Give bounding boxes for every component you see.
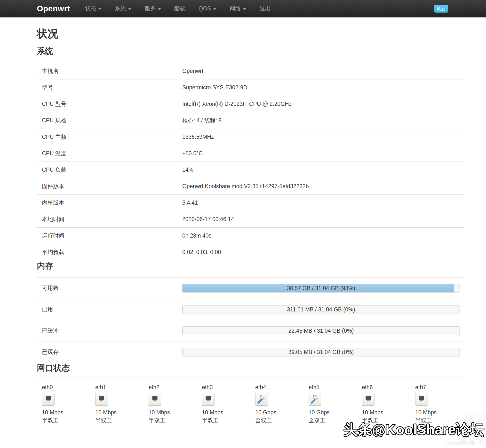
row-label: 已缓冲: [37, 327, 182, 335]
menu-item-network[interactable]: 网络: [223, 0, 253, 17]
port-speed: 10 Mbps: [415, 408, 463, 416]
ethernet-jack-icon: [203, 394, 213, 404]
port-name: eth1: [95, 384, 143, 391]
port-icon-box: [95, 393, 108, 406]
ethernet-jack-icon: [150, 394, 160, 404]
table-row: CPU 负载 14%: [37, 161, 464, 178]
port-cell-eth2: eth2 10 Mbps 半双工: [143, 384, 197, 425]
ethernet-jack-icon: [97, 394, 107, 404]
ethernet-jack-icon: [43, 394, 53, 404]
row-label: 已用: [37, 306, 182, 313]
row-label: 型号: [37, 84, 182, 91]
row-value: 0h 28m 40s: [182, 232, 464, 239]
port-icon-box: [309, 393, 321, 406]
port-cell-eth0: eth0 10 Mbps 半双工: [37, 384, 90, 425]
port-cell-eth6: eth6 10 Mbps 半双工: [357, 384, 410, 425]
table-row: 型号 Supermicro SYS-E302-9D: [37, 79, 464, 96]
menu-item-system[interactable]: 系统: [108, 0, 138, 17]
port-icon-box: [42, 393, 55, 406]
port-name: eth5: [309, 384, 357, 391]
menu-item-koolsoft[interactable]: 酷软: [168, 0, 192, 17]
port-name: eth3: [202, 384, 250, 391]
app-brand: Openwrt: [37, 0, 70, 17]
refresh-button[interactable]: 刷新: [434, 5, 448, 13]
table-row: 固件版本 Openwrt Koolshare mod V2.35 r14297-…: [37, 178, 464, 194]
row-label: 运行时间: [37, 232, 182, 240]
port-name: eth2: [148, 384, 197, 391]
port-duplex: 半双工: [148, 416, 197, 424]
port-cell-eth7: eth7 10 Mbps 半双工: [410, 384, 463, 425]
system-info-table: 主机名 Openwrt 型号 Supermicro SYS-E302-9D CP…: [37, 63, 464, 260]
chevron-down-icon: [158, 8, 161, 10]
memory-cached-progressbar: 39.05 MB / 31.04 GB (0%): [182, 348, 460, 356]
row-value: Openwrt Koolshare mod V2.35 r14297-5efd3…: [182, 183, 464, 190]
table-row: CPU 温度 +53.0°C: [37, 145, 464, 161]
content-area: 状况 系统 主机名 Openwrt 型号 Supermicro SYS-E302…: [0, 27, 486, 425]
port-status-row: eth0 10 Mbps 半双工 eth1 10 Mbps 半双工 eth2 1…: [37, 384, 464, 425]
menu-item-qos[interactable]: QOS: [192, 0, 223, 17]
port-speed: 10 Gbps: [255, 408, 304, 416]
menu-item-status[interactable]: 状态: [78, 0, 108, 17]
row-label: 内核版本: [37, 199, 182, 207]
port-cell-eth1: eth1 10 Mbps 半双工: [90, 384, 143, 425]
chevron-down-icon: [128, 8, 131, 10]
port-speed: 10 Mbps: [148, 408, 197, 416]
row-label: CPU 负载: [37, 166, 182, 174]
ethernet-cable-icon: [257, 394, 266, 404]
table-row: 主机名 Openwrt: [37, 63, 464, 79]
menu-item-logout[interactable]: 退出: [253, 0, 277, 17]
port-speed: 10 Gbps: [309, 408, 357, 416]
port-name: eth4: [255, 384, 304, 391]
main-menu: 状态 系统 服务 酷软 QOS 网络 退出: [78, 0, 277, 17]
row-label: 主机名: [37, 67, 182, 75]
port-icon-box: [415, 393, 428, 406]
row-value: 5.4.41: [182, 200, 464, 206]
port-cell-eth4: eth4 10 Gbps 全双工: [250, 384, 304, 425]
progressbar-text: 22.45 MB / 31.04 GB (0%): [182, 327, 460, 335]
table-row: 本地时间 2020-06-17 00:46:14: [37, 211, 464, 227]
memory-free-progressbar: 30.57 GB / 31.04 GB (98%): [182, 284, 460, 293]
system-section-heading: 系统: [37, 46, 464, 57]
port-cell-eth3: eth3 10 Mbps 半双工: [197, 384, 250, 425]
table-row: CPU 规格 核心: 4 / 线程: 8: [37, 112, 464, 128]
port-icon-box: [202, 393, 214, 406]
memory-buffered-progressbar: 22.45 MB / 31.04 GB (0%): [182, 327, 460, 335]
table-row: CPU 型号 Intel(R) Xeon(R) D-2123IT CPU @ 2…: [37, 96, 464, 112]
row-label: CPU 规格: [37, 117, 182, 124]
memory-used-progressbar: 311.01 MB / 31.04 GB (0%): [182, 305, 460, 314]
row-value: 0.02, 0.03, 0.00: [182, 249, 464, 256]
row-value: Intel(R) Xeon(R) D-2123IT CPU @ 2.20GHz: [182, 101, 464, 107]
progressbar-text: 30.57 GB / 31.04 GB (98%): [182, 284, 460, 292]
row-label: 本地时间: [37, 216, 182, 223]
row-value: 14%: [182, 167, 464, 173]
row-value: 2020-06-17 00:46:14: [182, 216, 464, 223]
port-name: eth0: [42, 384, 90, 391]
koolshare-watermark: 头条@KoolShare论坛: [344, 420, 484, 439]
port-speed: 10 Mbps: [362, 408, 410, 416]
ports-section-heading: 网口状态: [37, 362, 464, 374]
ethernet-jack-icon: [417, 394, 426, 404]
row-value: 核心: 4 / 线程: 8: [182, 117, 464, 124]
row-label: CPU 温度: [37, 150, 182, 157]
row-label: 平均负载: [37, 248, 182, 256]
koolshare-site-text: koolshare.cn: [447, 441, 475, 446]
port-name: eth6: [362, 384, 410, 391]
table-row: CPU 主频 1336.59MHz: [37, 128, 464, 145]
port-icon-box: [148, 393, 161, 406]
table-row: 已缓存 39.05 MB / 31.04 GB (0%): [37, 341, 464, 362]
port-name: eth7: [415, 384, 463, 391]
row-label: CPU 主频: [37, 133, 182, 141]
row-label: 固件版本: [37, 183, 182, 190]
memory-section-heading: 内存: [37, 260, 464, 272]
chevron-down-icon: [243, 8, 246, 10]
row-value: Supermicro SYS-E302-9D: [182, 84, 464, 91]
table-row: 内核版本 5.4.41: [37, 194, 464, 211]
port-cell-eth5: eth5 10 Gbps 全双工: [304, 384, 357, 425]
row-value: +53.0°C: [182, 150, 464, 157]
page-title: 状况: [37, 27, 464, 41]
row-label: 可用数: [37, 284, 182, 292]
row-label: CPU 型号: [37, 100, 182, 108]
table-row: 已缓冲 22.45 MB / 31.04 GB (0%): [37, 320, 464, 341]
menu-item-services[interactable]: 服务: [138, 0, 168, 17]
port-duplex: 全双工: [255, 416, 304, 424]
